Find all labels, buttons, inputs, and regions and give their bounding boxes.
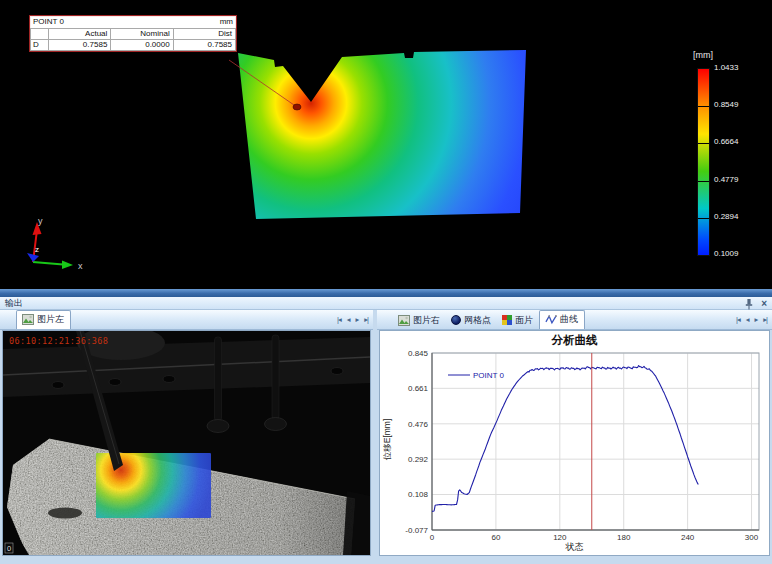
camera-image-container: 06:10:12:21:36:368 0 (2, 330, 371, 556)
row-label: D (31, 40, 49, 51)
z-axis-label: z (35, 245, 39, 254)
svg-text:180: 180 (617, 533, 631, 542)
facets-icon (502, 315, 512, 325)
svg-text:-0.077: -0.077 (405, 526, 428, 535)
annotation-unit: mm (220, 17, 233, 27)
annotation-title: POINT 0 (33, 17, 64, 27)
left-pane-tabbar: 图片左 |◂◂▸▸| (0, 310, 373, 330)
curve-icon (545, 314, 557, 325)
svg-text:240: 240 (681, 533, 695, 542)
value-dist: 0.7585 (173, 40, 235, 51)
measure-point-marker[interactable] (293, 104, 301, 110)
x-axis-arrow (33, 262, 63, 265)
curve-chart-container: 分析曲线 位移E[mm] 状态 0.8450.6610.4760.2920.10… (379, 330, 770, 556)
svg-text:120: 120 (553, 533, 567, 542)
legend-tick (698, 106, 709, 107)
output-panel-titlebar: 输出 × (0, 297, 772, 310)
legend-value: 0.4779 (714, 175, 766, 185)
tab-grid-points[interactable]: 网格点 (446, 312, 497, 329)
tab-curve[interactable]: 曲线 (539, 310, 585, 329)
timestamp: 06:10:12:21:36:368 (9, 336, 108, 346)
svg-text:0.108: 0.108 (408, 490, 429, 499)
tab-label: 面片 (515, 314, 533, 327)
legend-value: 0.2894 (714, 212, 766, 222)
rail-hole (331, 368, 343, 375)
legend-tick (698, 218, 709, 219)
tab-label: 图片右 (413, 314, 440, 327)
legend-value: 0.1009 (714, 249, 766, 259)
color-scale-legend: [mm] 1.0433 0.8549 0.6664 0.4779 0.2894 … (692, 50, 772, 275)
svg-text:0.661: 0.661 (408, 384, 429, 393)
frame-counter: 0 (7, 544, 11, 553)
dock-separator[interactable] (0, 289, 772, 297)
legend-tick (698, 143, 709, 144)
tab-label: 网格点 (464, 314, 491, 327)
right-curve-pane: 图片右 网格点 面片 曲线 (377, 310, 772, 556)
axis-triad: y x z (16, 204, 96, 280)
legend-value: 1.0433 (714, 63, 766, 73)
value-nominal: 0.0000 (111, 40, 173, 51)
svg-text:60: 60 (491, 533, 500, 542)
tab-picture-left[interactable]: 图片左 (16, 310, 71, 329)
bolt (272, 335, 279, 419)
legend-unit-label: [mm] (693, 50, 772, 60)
legend-tick (698, 181, 709, 182)
x-axis-label: x (78, 261, 83, 271)
x-axis-arrowhead (62, 261, 73, 270)
bolt-foot (207, 420, 229, 433)
legend-value: 0.8549 (714, 100, 766, 110)
value-actual: 0.7585 (49, 40, 111, 51)
picture-icon (398, 315, 410, 326)
tab-scroll-arrows[interactable]: |◂◂▸▸| (736, 316, 767, 324)
col-nominal: Nominal (111, 29, 173, 40)
tab-scroll-arrows[interactable]: |◂◂▸▸| (337, 316, 368, 324)
tab-picture-right[interactable]: 图片右 (393, 312, 446, 329)
svg-text:0: 0 (430, 533, 435, 542)
pin-icon[interactable] (744, 298, 754, 310)
viewport-3d[interactable]: POINT 0 mm Actual Nominal Dist D 0.7585 … (0, 0, 772, 290)
plate-shadow-right (343, 491, 370, 555)
tab-label: 曲线 (560, 313, 578, 326)
svg-text:0.845: 0.845 (408, 349, 429, 358)
annotation-header-row: Actual Nominal Dist (31, 29, 236, 40)
col-actual: Actual (49, 29, 111, 40)
bolt (215, 337, 222, 421)
application-window: POINT 0 mm Actual Nominal Dist D 0.7585 … (0, 0, 772, 564)
svg-text:0.476: 0.476 (408, 420, 429, 429)
camera-image-left[interactable]: 06:10:12:21:36:368 0 (3, 331, 370, 555)
y-axis-label: y (38, 216, 43, 226)
rail-hole (52, 382, 64, 389)
plate-marking (48, 508, 82, 519)
col-dist: Dist (173, 29, 235, 40)
annotation-value-row: D 0.7585 0.0000 0.7585 (31, 40, 236, 51)
legend-value: 0.6664 (714, 137, 766, 147)
color-scale-bar (697, 68, 710, 256)
tab-label: 图片左 (37, 313, 64, 326)
svg-text:300: 300 (745, 533, 759, 542)
grid-points-icon (451, 315, 461, 325)
output-panel-title: 输出 (5, 297, 23, 310)
bolt-foot (265, 418, 287, 431)
close-icon[interactable]: × (761, 299, 767, 309)
rail-hole (109, 379, 121, 386)
right-pane-tabbar: 图片右 网格点 面片 曲线 (377, 310, 772, 330)
annotation-table: POINT 0 mm Actual Nominal Dist D 0.7585 … (29, 15, 237, 52)
svg-text:0.292: 0.292 (408, 455, 429, 464)
rail-hole (163, 376, 175, 383)
analysis-curve-plot[interactable]: 0.8450.6610.4760.2920.108-0.077060120180… (380, 331, 769, 555)
output-panes: 图片左 |◂◂▸▸| (0, 310, 772, 556)
picture-icon (22, 314, 34, 325)
specimen-surface (238, 50, 526, 219)
tab-facets[interactable]: 面片 (497, 312, 539, 329)
svg-text:POINT 0: POINT 0 (473, 371, 505, 380)
left-image-pane: 图片左 |◂◂▸▸| (0, 310, 373, 556)
